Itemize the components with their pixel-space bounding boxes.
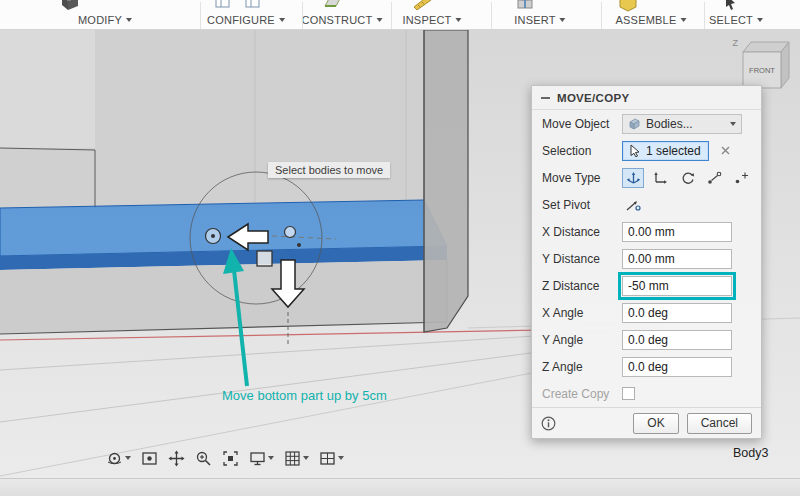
grid-icon bbox=[284, 450, 301, 467]
z-distance-row: Z Distance bbox=[532, 272, 761, 299]
menu-insert-label: INSERT bbox=[514, 14, 555, 26]
y-angle-row: Y Angle bbox=[532, 326, 761, 353]
selection-count: 1 selected bbox=[646, 144, 701, 158]
menu-construct[interactable]: CONSTRUCT bbox=[302, 14, 383, 26]
menu-configure-label: CONFIGURE bbox=[207, 14, 275, 26]
collapse-icon[interactable] bbox=[541, 97, 550, 99]
move-type-translate-button[interactable] bbox=[649, 168, 671, 188]
selection-label: Selection bbox=[542, 144, 622, 158]
move-object-row: Move Object Bodies... bbox=[532, 110, 761, 137]
assemble-icon bbox=[618, 0, 638, 12]
z-angle-row: Z Angle bbox=[532, 353, 761, 380]
x-distance-row: X Distance bbox=[532, 218, 761, 245]
toolbar-separator bbox=[391, 2, 392, 29]
move-type-rotate-button[interactable] bbox=[676, 168, 698, 188]
chevron-down-icon bbox=[303, 456, 309, 460]
toolbar-separator bbox=[491, 2, 492, 29]
viewcube-front-face: FRONT bbox=[749, 66, 775, 75]
display-settings-button[interactable] bbox=[249, 450, 274, 467]
create-copy-checkbox[interactable] bbox=[622, 387, 635, 400]
z-distance-input[interactable] bbox=[622, 276, 732, 296]
menu-inspect-label: INSPECT bbox=[402, 14, 451, 26]
move-type-label: Move Type bbox=[542, 171, 622, 185]
set-pivot-row: Set Pivot bbox=[532, 191, 761, 218]
close-icon bbox=[721, 146, 730, 155]
y-angle-input[interactable] bbox=[622, 330, 732, 350]
pan-button[interactable] bbox=[168, 450, 185, 467]
configure-theme-table-icon bbox=[244, 0, 262, 10]
grid-and-snaps-button[interactable] bbox=[284, 450, 309, 467]
bodies-icon bbox=[628, 118, 641, 130]
menu-configure[interactable]: CONFIGURE bbox=[207, 14, 285, 26]
chevron-down-icon bbox=[757, 18, 763, 22]
move-copy-dialog: MOVE/COPY Move Object Bodies... Selectio… bbox=[531, 85, 762, 439]
manipulator-plane-handle[interactable] bbox=[257, 251, 272, 266]
set-pivot-icon bbox=[625, 198, 641, 212]
set-pivot-label: Set Pivot bbox=[542, 198, 622, 212]
insert-icon bbox=[516, 0, 534, 10]
display-settings-icon bbox=[249, 450, 266, 467]
x-distance-label: X Distance bbox=[542, 225, 622, 239]
move-type-point-to-point-button[interactable] bbox=[703, 168, 725, 188]
cancel-button[interactable]: Cancel bbox=[687, 413, 752, 434]
chevron-down-icon bbox=[560, 18, 566, 22]
set-pivot-button[interactable] bbox=[622, 195, 644, 215]
menu-modify-label: MODIFY bbox=[78, 14, 122, 26]
create-copy-row: Create Copy bbox=[532, 380, 761, 407]
move-type-point-to-position-button[interactable] bbox=[730, 168, 752, 188]
ok-button[interactable]: OK bbox=[633, 413, 678, 434]
move-object-label: Move Object bbox=[542, 117, 622, 131]
selection-row: Selection 1 selected bbox=[532, 137, 761, 164]
box-right-wall bbox=[424, 30, 468, 332]
dialog-titlebar[interactable]: MOVE/COPY bbox=[532, 86, 761, 110]
timeline-strip bbox=[0, 478, 800, 496]
viewports-button[interactable] bbox=[319, 450, 344, 467]
orbit-button[interactable] bbox=[106, 450, 131, 467]
menu-modify[interactable]: MODIFY bbox=[78, 14, 132, 26]
look-at-button[interactable] bbox=[141, 450, 158, 467]
inspect-measure-icon bbox=[412, 0, 432, 10]
toolbar-separator bbox=[302, 2, 303, 29]
x-angle-row: X Angle bbox=[532, 299, 761, 326]
move-type-free-move-button[interactable] bbox=[622, 168, 644, 188]
modify-icon bbox=[58, 0, 80, 12]
menu-insert[interactable]: INSERT bbox=[514, 14, 565, 26]
chevron-down-icon bbox=[125, 456, 131, 460]
dialog-title: MOVE/COPY bbox=[557, 92, 629, 104]
pan-icon bbox=[168, 450, 185, 467]
chevron-down-icon bbox=[268, 456, 274, 460]
zoom-button[interactable] bbox=[195, 450, 212, 467]
chevron-down-icon bbox=[456, 18, 462, 22]
move-object-dropdown[interactable]: Bodies... bbox=[622, 114, 742, 134]
menu-construct-label: CONSTRUCT bbox=[302, 14, 373, 26]
toolbar-separator bbox=[601, 2, 602, 29]
y-distance-label: Y Distance bbox=[542, 252, 622, 266]
x-angle-input[interactable] bbox=[622, 303, 732, 323]
menu-inspect[interactable]: INSPECT bbox=[402, 14, 461, 26]
manipulator-rotate-handle[interactable] bbox=[285, 227, 296, 238]
fit-button[interactable] bbox=[222, 450, 239, 467]
menu-select-label: SELECT bbox=[709, 14, 753, 26]
menu-assemble[interactable]: ASSEMBLE bbox=[616, 14, 687, 26]
body-name-label: Body3 bbox=[733, 446, 768, 460]
selection-button[interactable]: 1 selected bbox=[622, 141, 709, 161]
y-distance-input[interactable] bbox=[622, 249, 732, 269]
clear-selection-button[interactable] bbox=[721, 146, 730, 155]
x-distance-input[interactable] bbox=[622, 222, 732, 242]
annotation-text: Move bottom part up by 5cm bbox=[222, 388, 387, 403]
top-toolbar: MODIFY CONFIGURE CONSTRUCT INSPECT INSER… bbox=[0, 0, 800, 30]
z-distance-label: Z Distance bbox=[542, 279, 622, 293]
z-angle-label: Z Angle bbox=[542, 360, 622, 374]
translate-icon bbox=[653, 171, 668, 185]
move-type-row: Move Type bbox=[532, 164, 761, 191]
menu-select[interactable]: SELECT bbox=[709, 14, 763, 26]
menu-assemble-label: ASSEMBLE bbox=[616, 14, 677, 26]
y-distance-row: Y Distance bbox=[532, 245, 761, 272]
configure-table-icon bbox=[214, 0, 232, 10]
look-at-icon bbox=[141, 450, 158, 467]
box-upper-left-panel bbox=[0, 30, 95, 148]
viewport-tooltip: Select bodies to move bbox=[268, 162, 390, 178]
z-angle-input[interactable] bbox=[622, 357, 732, 377]
point-to-point-icon bbox=[707, 171, 722, 185]
info-icon[interactable] bbox=[541, 416, 556, 431]
